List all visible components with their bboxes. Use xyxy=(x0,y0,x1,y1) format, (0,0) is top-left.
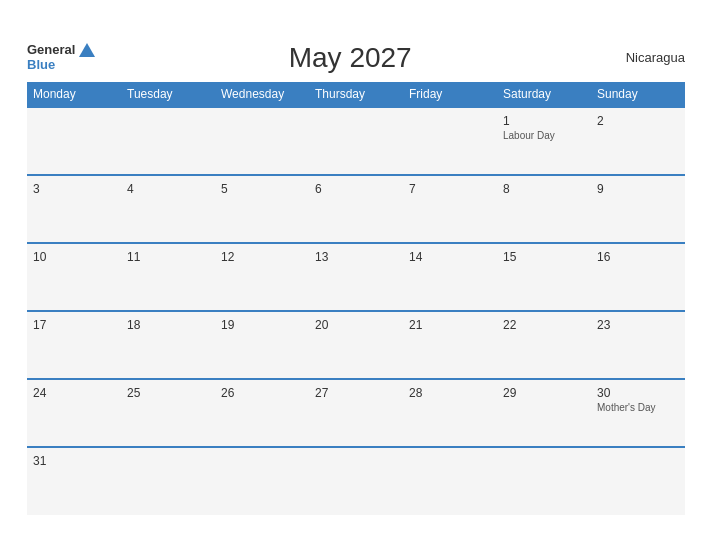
weekday-header-row: MondayTuesdayWednesdayThursdayFridaySatu… xyxy=(27,82,685,107)
brand-logo: General xyxy=(27,43,95,58)
calendar-cell: 17 xyxy=(27,311,121,379)
weekday-header-monday: Monday xyxy=(27,82,121,107)
weekday-header-tuesday: Tuesday xyxy=(121,82,215,107)
calendar-cell xyxy=(27,107,121,175)
country-label: Nicaragua xyxy=(605,50,685,65)
day-number: 5 xyxy=(221,182,303,196)
calendar-cell: 24 xyxy=(27,379,121,447)
calendar-cell xyxy=(121,447,215,515)
calendar-title: May 2027 xyxy=(95,42,605,74)
calendar-cell: 7 xyxy=(403,175,497,243)
calendar-cell: 15 xyxy=(497,243,591,311)
calendar-cell: 30Mother's Day xyxy=(591,379,685,447)
calendar-cell: 31 xyxy=(27,447,121,515)
weekday-header-wednesday: Wednesday xyxy=(215,82,309,107)
calendar-cell: 28 xyxy=(403,379,497,447)
calendar-row-5: 31 xyxy=(27,447,685,515)
calendar-cell: 20 xyxy=(309,311,403,379)
calendar-cell xyxy=(497,447,591,515)
day-number: 20 xyxy=(315,318,397,332)
calendar-cell: 21 xyxy=(403,311,497,379)
day-number: 19 xyxy=(221,318,303,332)
calendar-cell xyxy=(403,107,497,175)
day-number: 22 xyxy=(503,318,585,332)
day-number: 11 xyxy=(127,250,209,264)
calendar-cell: 4 xyxy=(121,175,215,243)
day-number: 23 xyxy=(597,318,679,332)
calendar-cell: 26 xyxy=(215,379,309,447)
calendar-cell xyxy=(215,447,309,515)
day-number: 9 xyxy=(597,182,679,196)
calendar-cell: 8 xyxy=(497,175,591,243)
brand-general: General xyxy=(27,43,75,57)
day-number: 2 xyxy=(597,114,679,128)
calendar-cell: 23 xyxy=(591,311,685,379)
day-number: 10 xyxy=(33,250,115,264)
weekday-header-saturday: Saturday xyxy=(497,82,591,107)
day-number: 13 xyxy=(315,250,397,264)
day-number: 25 xyxy=(127,386,209,400)
calendar-cell: 22 xyxy=(497,311,591,379)
calendar-cell: 13 xyxy=(309,243,403,311)
day-number: 28 xyxy=(409,386,491,400)
calendar-cell: 12 xyxy=(215,243,309,311)
day-number: 3 xyxy=(33,182,115,196)
calendar-cell: 16 xyxy=(591,243,685,311)
day-number: 21 xyxy=(409,318,491,332)
day-number: 24 xyxy=(33,386,115,400)
day-number: 8 xyxy=(503,182,585,196)
day-number: 6 xyxy=(315,182,397,196)
calendar-cell: 2 xyxy=(591,107,685,175)
day-event: Mother's Day xyxy=(597,402,679,413)
calendar-row-1: 3456789 xyxy=(27,175,685,243)
day-number: 14 xyxy=(409,250,491,264)
calendar-wrapper: General Blue May 2027 Nicaragua MondayTu… xyxy=(11,26,701,525)
day-number: 18 xyxy=(127,318,209,332)
calendar-cell: 11 xyxy=(121,243,215,311)
calendar-cell: 6 xyxy=(309,175,403,243)
day-event: Labour Day xyxy=(503,130,585,141)
weekday-header-sunday: Sunday xyxy=(591,82,685,107)
calendar-cell xyxy=(309,107,403,175)
brand: General Blue xyxy=(27,43,95,72)
day-number: 27 xyxy=(315,386,397,400)
weekday-header-friday: Friday xyxy=(403,82,497,107)
calendar-cell: 25 xyxy=(121,379,215,447)
calendar-cell: 10 xyxy=(27,243,121,311)
calendar-cell: 27 xyxy=(309,379,403,447)
calendar-cell: 18 xyxy=(121,311,215,379)
day-number: 26 xyxy=(221,386,303,400)
day-number: 1 xyxy=(503,114,585,128)
day-number: 16 xyxy=(597,250,679,264)
calendar-cell xyxy=(591,447,685,515)
day-number: 31 xyxy=(33,454,115,468)
day-number: 12 xyxy=(221,250,303,264)
calendar-row-4: 24252627282930Mother's Day xyxy=(27,379,685,447)
header-row: General Blue May 2027 Nicaragua xyxy=(27,42,685,74)
calendar-cell: 5 xyxy=(215,175,309,243)
calendar-cell: 1Labour Day xyxy=(497,107,591,175)
calendar-cell xyxy=(121,107,215,175)
calendar-row-0: 1Labour Day2 xyxy=(27,107,685,175)
day-number: 29 xyxy=(503,386,585,400)
calendar-cell: 3 xyxy=(27,175,121,243)
weekday-header-thursday: Thursday xyxy=(309,82,403,107)
calendar-table: MondayTuesdayWednesdayThursdayFridaySatu… xyxy=(27,82,685,515)
calendar-cell: 19 xyxy=(215,311,309,379)
calendar-cell xyxy=(403,447,497,515)
day-number: 4 xyxy=(127,182,209,196)
calendar-row-3: 17181920212223 xyxy=(27,311,685,379)
calendar-row-2: 10111213141516 xyxy=(27,243,685,311)
day-number: 7 xyxy=(409,182,491,196)
day-number: 30 xyxy=(597,386,679,400)
day-number: 15 xyxy=(503,250,585,264)
calendar-cell: 9 xyxy=(591,175,685,243)
brand-triangle-icon xyxy=(79,43,95,57)
brand-blue: Blue xyxy=(27,58,95,72)
calendar-cell xyxy=(309,447,403,515)
calendar-cell: 14 xyxy=(403,243,497,311)
day-number: 17 xyxy=(33,318,115,332)
calendar-cell xyxy=(215,107,309,175)
calendar-cell: 29 xyxy=(497,379,591,447)
